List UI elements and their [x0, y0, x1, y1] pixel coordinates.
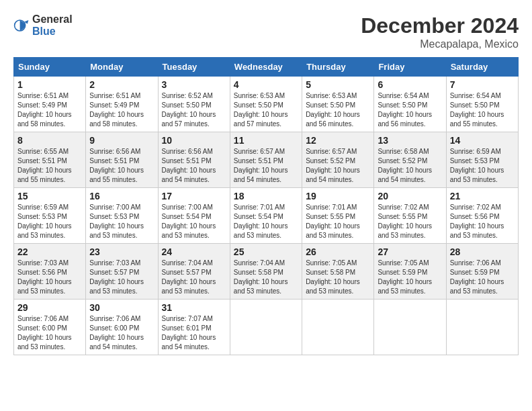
day-cell-7: 7 Sunrise: 6:54 AM Sunset: 5:50 PM Dayli… — [446, 77, 518, 132]
day-number: 9 — [89, 135, 154, 146]
header-friday: Friday — [374, 58, 446, 77]
day-number: 15 — [17, 191, 82, 201]
day-info: Sunrise: 6:51 AM Sunset: 5:49 PM Dayligh… — [17, 91, 82, 129]
day-cell-13: 13 Sunrise: 6:58 AM Sunset: 5:52 PM Dayl… — [374, 132, 446, 188]
logo-blue: Blue — [32, 26, 56, 37]
day-cell-26: 26 Sunrise: 7:05 AM Sunset: 5:58 PM Dayl… — [302, 244, 374, 300]
day-cell-18: 18 Sunrise: 7:01 AM Sunset: 5:54 PM Dayl… — [230, 188, 302, 244]
day-cell-27: 27 Sunrise: 7:05 AM Sunset: 5:59 PM Dayl… — [374, 244, 446, 300]
day-number: 13 — [378, 135, 442, 146]
location-title: Mecapalapa, Mexico — [361, 38, 519, 50]
week-row-5: 29 Sunrise: 7:06 AM Sunset: 6:00 PM Dayl… — [14, 300, 519, 355]
day-cell-11: 11 Sunrise: 6:57 AM Sunset: 5:51 PM Dayl… — [230, 132, 302, 188]
day-number: 14 — [450, 135, 515, 146]
day-number: 5 — [306, 79, 370, 90]
day-number: 8 — [17, 135, 82, 146]
day-number: 3 — [162, 79, 226, 90]
day-info: Sunrise: 6:55 AM Sunset: 5:51 PM Dayligh… — [17, 147, 82, 185]
header: General Blue December 2024 Mecapalapa, M… — [13, 13, 519, 50]
day-cell-12: 12 Sunrise: 6:57 AM Sunset: 5:52 PM Dayl… — [302, 132, 374, 188]
day-info: Sunrise: 7:04 AM Sunset: 5:58 PM Dayligh… — [234, 259, 298, 296]
day-cell-4: 4 Sunrise: 6:53 AM Sunset: 5:50 PM Dayli… — [230, 77, 302, 132]
day-info: Sunrise: 7:01 AM Sunset: 5:54 PM Dayligh… — [234, 203, 298, 240]
day-info: Sunrise: 6:53 AM Sunset: 5:50 PM Dayligh… — [234, 91, 298, 129]
day-info: Sunrise: 6:52 AM Sunset: 5:50 PM Dayligh… — [162, 91, 226, 129]
day-number: 21 — [450, 191, 515, 201]
day-info: Sunrise: 7:00 AM Sunset: 5:54 PM Dayligh… — [162, 203, 226, 240]
day-info: Sunrise: 6:59 AM Sunset: 5:53 PM Dayligh… — [17, 203, 82, 240]
day-cell-10: 10 Sunrise: 6:56 AM Sunset: 5:51 PM Dayl… — [158, 132, 230, 188]
day-info: Sunrise: 7:06 AM Sunset: 5:59 PM Dayligh… — [450, 259, 515, 296]
day-number: 16 — [89, 191, 154, 201]
day-info: Sunrise: 6:57 AM Sunset: 5:52 PM Dayligh… — [306, 147, 370, 185]
day-cell-9: 9 Sunrise: 6:56 AM Sunset: 5:51 PM Dayli… — [86, 132, 158, 188]
month-title: December 2024 — [361, 13, 519, 38]
week-row-4: 22 Sunrise: 7:03 AM Sunset: 5:56 PM Dayl… — [14, 244, 519, 300]
empty-cell — [230, 300, 302, 355]
header-wednesday: Wednesday — [230, 58, 302, 77]
day-cell-21: 21 Sunrise: 7:02 AM Sunset: 5:56 PM Dayl… — [446, 188, 518, 244]
day-number: 10 — [162, 135, 226, 146]
day-info: Sunrise: 6:59 AM Sunset: 5:53 PM Dayligh… — [450, 147, 515, 185]
day-cell-1: 1 Sunrise: 6:51 AM Sunset: 5:49 PM Dayli… — [14, 77, 86, 132]
day-cell-19: 19 Sunrise: 7:01 AM Sunset: 5:55 PM Dayl… — [302, 188, 374, 244]
day-number: 18 — [234, 191, 298, 201]
day-info: Sunrise: 6:56 AM Sunset: 5:51 PM Dayligh… — [162, 147, 226, 185]
day-number: 17 — [162, 191, 226, 201]
header-sunday: Sunday — [14, 58, 86, 77]
day-cell-28: 28 Sunrise: 7:06 AM Sunset: 5:59 PM Dayl… — [446, 244, 518, 300]
day-cell-20: 20 Sunrise: 7:02 AM Sunset: 5:55 PM Dayl… — [374, 188, 446, 244]
logo-icon — [13, 17, 30, 34]
day-info: Sunrise: 6:58 AM Sunset: 5:52 PM Dayligh… — [378, 147, 442, 185]
day-cell-17: 17 Sunrise: 7:00 AM Sunset: 5:54 PM Dayl… — [158, 188, 230, 244]
day-cell-24: 24 Sunrise: 7:04 AM Sunset: 5:57 PM Dayl… — [158, 244, 230, 300]
header-tuesday: Tuesday — [158, 58, 230, 77]
day-number: 11 — [234, 135, 298, 146]
day-number: 26 — [306, 246, 370, 257]
day-info: Sunrise: 6:51 AM Sunset: 5:49 PM Dayligh… — [89, 91, 154, 129]
day-info: Sunrise: 6:54 AM Sunset: 5:50 PM Dayligh… — [378, 91, 442, 129]
day-number: 12 — [306, 135, 370, 146]
title-area: December 2024 Mecapalapa, Mexico — [361, 13, 519, 50]
week-row-2: 8 Sunrise: 6:55 AM Sunset: 5:51 PM Dayli… — [14, 132, 519, 188]
day-info: Sunrise: 7:01 AM Sunset: 5:55 PM Dayligh… — [306, 203, 370, 240]
day-cell-29: 29 Sunrise: 7:06 AM Sunset: 6:00 PM Dayl… — [14, 300, 86, 355]
day-cell-16: 16 Sunrise: 7:00 AM Sunset: 5:53 PM Dayl… — [86, 188, 158, 244]
day-number: 6 — [378, 79, 442, 90]
day-info: Sunrise: 6:53 AM Sunset: 5:50 PM Dayligh… — [306, 91, 370, 129]
day-number: 23 — [89, 246, 154, 257]
day-cell-2: 2 Sunrise: 6:51 AM Sunset: 5:49 PM Dayli… — [86, 77, 158, 132]
day-number: 19 — [306, 191, 370, 201]
day-number: 4 — [234, 79, 298, 90]
day-cell-23: 23 Sunrise: 7:03 AM Sunset: 5:57 PM Dayl… — [86, 244, 158, 300]
day-cell-14: 14 Sunrise: 6:59 AM Sunset: 5:53 PM Dayl… — [446, 132, 518, 188]
day-info: Sunrise: 7:05 AM Sunset: 5:59 PM Dayligh… — [378, 259, 442, 296]
day-info: Sunrise: 6:54 AM Sunset: 5:50 PM Dayligh… — [450, 91, 515, 129]
day-number: 20 — [378, 191, 442, 201]
day-number: 31 — [162, 302, 226, 313]
weekday-header-row: Sunday Monday Tuesday Wednesday Thursday… — [14, 58, 519, 77]
logo-general: General — [32, 13, 73, 25]
day-cell-5: 5 Sunrise: 6:53 AM Sunset: 5:50 PM Dayli… — [302, 77, 374, 132]
day-number: 25 — [234, 246, 298, 257]
day-info: Sunrise: 7:06 AM Sunset: 6:00 PM Dayligh… — [89, 314, 154, 352]
day-cell-15: 15 Sunrise: 6:59 AM Sunset: 5:53 PM Dayl… — [14, 188, 86, 244]
day-cell-22: 22 Sunrise: 7:03 AM Sunset: 5:56 PM Dayl… — [14, 244, 86, 300]
week-row-3: 15 Sunrise: 6:59 AM Sunset: 5:53 PM Dayl… — [14, 188, 519, 244]
day-info: Sunrise: 7:03 AM Sunset: 5:57 PM Dayligh… — [89, 259, 154, 296]
day-info: Sunrise: 7:07 AM Sunset: 6:01 PM Dayligh… — [162, 314, 226, 352]
day-info: Sunrise: 7:04 AM Sunset: 5:57 PM Dayligh… — [162, 259, 226, 296]
empty-cell — [446, 300, 518, 355]
day-number: 29 — [17, 302, 82, 313]
day-number: 7 — [450, 79, 515, 90]
day-cell-3: 3 Sunrise: 6:52 AM Sunset: 5:50 PM Dayli… — [158, 77, 230, 132]
logo: General Blue — [13, 13, 73, 38]
day-number: 1 — [17, 79, 82, 90]
logo-text: General Blue — [32, 13, 73, 38]
week-row-1: 1 Sunrise: 6:51 AM Sunset: 5:49 PM Dayli… — [14, 77, 519, 132]
calendar-body: 1 Sunrise: 6:51 AM Sunset: 5:49 PM Dayli… — [14, 77, 519, 355]
header-monday: Monday — [86, 58, 158, 77]
day-number: 28 — [450, 246, 515, 257]
empty-cell — [302, 300, 374, 355]
header-saturday: Saturday — [446, 58, 518, 77]
